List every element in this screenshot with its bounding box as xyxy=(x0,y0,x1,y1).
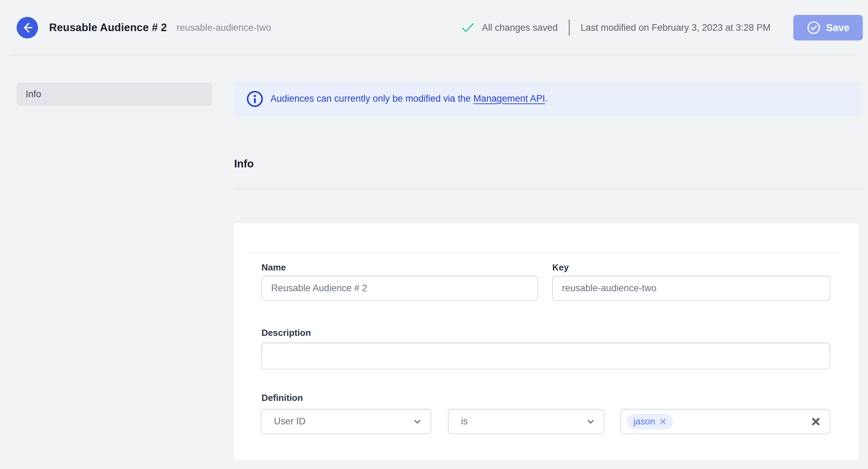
management-api-link[interactable]: Management API xyxy=(473,93,545,104)
banner-text-suffix: . xyxy=(545,93,548,104)
name-label: Name xyxy=(261,262,286,273)
back-button[interactable] xyxy=(17,17,38,38)
key-label: Key xyxy=(552,262,569,273)
header-divider xyxy=(11,55,857,56)
chip-remove-x-icon[interactable] xyxy=(659,418,667,425)
arrow-left-icon xyxy=(21,22,33,34)
save-button[interactable]: Save xyxy=(793,15,863,40)
sidebar-item-info[interactable]: Info xyxy=(17,83,212,106)
save-status: All changes saved xyxy=(482,22,558,33)
operator-select-value: is xyxy=(461,416,468,427)
field-clear-x-icon[interactable] xyxy=(810,416,821,427)
definition-label: Definition xyxy=(261,393,303,403)
trait-select-value: User ID xyxy=(274,416,306,427)
trait-select[interactable]: User ID xyxy=(261,409,431,434)
section-divider xyxy=(234,189,862,190)
chevron-down-icon xyxy=(413,417,422,426)
banner-text-prefix: Audiences can currently only be modified… xyxy=(270,93,473,104)
page-slug: reusable-audience-two xyxy=(177,22,271,33)
check-icon xyxy=(461,22,474,34)
operator-select[interactable]: is xyxy=(448,409,604,434)
description-input[interactable] xyxy=(261,342,830,369)
card-inner-divider xyxy=(250,252,841,253)
circle-check-icon xyxy=(807,21,821,35)
name-input[interactable] xyxy=(261,276,538,301)
page-title: Reusable Audience # 2 xyxy=(49,21,167,34)
chevron-down-icon xyxy=(586,417,595,426)
info-circle-icon xyxy=(246,90,264,108)
info-banner: Audiences can currently only be modified… xyxy=(234,82,862,116)
header: Reusable Audience # 2 reusable-audience-… xyxy=(0,0,868,55)
banner-text: Audiences can currently only be modified… xyxy=(270,93,547,104)
description-label: Description xyxy=(261,328,311,338)
sidebar-item-label: Info xyxy=(26,89,41,100)
value-chip-label: jason xyxy=(634,416,655,427)
last-modified: Last modified on February 3, 2023 at 3:2… xyxy=(581,22,770,33)
key-input[interactable] xyxy=(552,276,830,301)
section-title: Info xyxy=(234,158,254,170)
save-button-label: Save xyxy=(826,22,850,34)
header-vertical-divider xyxy=(569,20,570,36)
info-card: Name Key Description Definition User ID … xyxy=(234,223,859,460)
value-chip: jason xyxy=(627,414,673,430)
audience-value-field[interactable]: jason xyxy=(620,409,830,434)
